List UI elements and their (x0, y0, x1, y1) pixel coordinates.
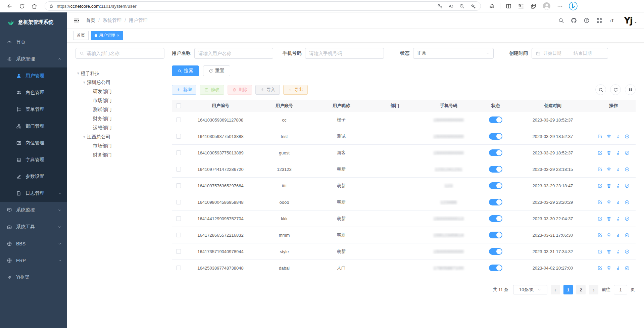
status-toggle[interactable] (489, 215, 502, 222)
delete-icon[interactable] (606, 233, 611, 238)
delete-icon[interactable] (606, 134, 611, 139)
password-key-icon[interactable] (437, 3, 443, 9)
delete-icon[interactable] (606, 183, 611, 188)
tab-首页[interactable]: 首页 (73, 31, 89, 40)
dept-search-input[interactable] (76, 48, 164, 59)
status-toggle[interactable] (489, 166, 502, 173)
edit-icon[interactable] (597, 216, 602, 221)
status-toggle[interactable] (489, 199, 502, 205)
reset-password-icon[interactable] (615, 134, 621, 139)
edit-icon[interactable] (597, 233, 602, 238)
caret-down-icon[interactable]: ▼ (82, 81, 87, 84)
reset-password-icon[interactable] (615, 167, 621, 172)
add-favorite-icon[interactable] (470, 3, 476, 9)
row-checkbox[interactable] (176, 150, 181, 155)
delete-button[interactable]: 删除 (228, 85, 252, 95)
sidebar-item-param-settings[interactable]: 参数设置 (0, 168, 67, 185)
edit-icon[interactable] (597, 150, 602, 155)
status-select[interactable]: 正常 (413, 48, 494, 59)
assign-role-icon[interactable] (625, 233, 630, 238)
caret-down-icon[interactable]: ▼ (82, 135, 87, 139)
home-icon[interactable] (31, 3, 38, 9)
import-button[interactable]: 导入 (255, 85, 280, 95)
tree-node[interactable]: 财务部门 (76, 150, 164, 159)
back-icon[interactable] (6, 3, 13, 9)
status-toggle[interactable] (489, 248, 502, 255)
username-input[interactable] (194, 48, 273, 59)
reset-password-icon[interactable] (615, 266, 621, 271)
goto-page-input[interactable] (614, 285, 627, 294)
sidebar-item-post-management[interactable]: 岗位管理 (0, 135, 67, 151)
tree-node[interactable]: ▼江西总公司 (76, 132, 164, 141)
sidebar-item-system-management[interactable]: 系统管理 (0, 51, 67, 67)
row-checkbox[interactable] (176, 134, 181, 139)
collections-icon[interactable] (518, 3, 524, 9)
row-checkbox[interactable] (176, 249, 181, 254)
sidebar-item-yi-framework[interactable]: Yi框架 (0, 269, 67, 286)
status-toggle[interactable] (489, 182, 502, 189)
search-button[interactable]: 搜索 (172, 65, 199, 76)
split-screen-icon[interactable] (505, 3, 512, 9)
breadcrumb-item[interactable]: 首页 (86, 17, 95, 24)
sidebar-item-home[interactable]: 首页 (0, 34, 67, 51)
tree-node[interactable]: 运维部门 (76, 123, 164, 132)
date-range-picker[interactable]: 开始日期 - 结束日期 (532, 48, 608, 59)
tree-node[interactable]: 研发部门 (76, 87, 164, 96)
edit-icon[interactable] (597, 249, 602, 254)
edit-button[interactable]: 修改 (200, 85, 224, 95)
delete-icon[interactable] (606, 167, 611, 172)
sidebar-item-dict-management[interactable]: 字典管理 (0, 151, 67, 168)
row-checkbox[interactable] (176, 167, 181, 172)
row-checkbox[interactable] (176, 183, 181, 188)
caret-down-icon[interactable]: ▼ (76, 72, 81, 75)
refresh-icon[interactable] (19, 3, 25, 9)
reset-password-icon[interactable] (615, 183, 621, 188)
sidebar-item-dept-management[interactable]: 部门管理 (0, 118, 67, 135)
assign-role-icon[interactable] (625, 134, 630, 139)
reset-password-icon[interactable] (615, 216, 621, 221)
table-refresh-button[interactable] (610, 84, 621, 95)
status-toggle[interactable] (489, 232, 502, 238)
table-search-button[interactable] (595, 84, 606, 95)
table-columns-button[interactable] (625, 84, 636, 95)
edit-icon[interactable] (597, 134, 602, 139)
reset-password-icon[interactable] (615, 200, 621, 205)
reset-password-icon[interactable] (615, 233, 621, 238)
assign-role-icon[interactable] (625, 216, 630, 221)
delete-icon[interactable] (606, 249, 611, 254)
tree-node[interactable]: 财务部门 (76, 114, 164, 123)
status-toggle[interactable] (489, 265, 502, 271)
edit-icon[interactable] (597, 266, 602, 271)
assign-role-icon[interactable] (625, 167, 630, 172)
sidebar-item-bbs[interactable]: BBS (0, 235, 67, 252)
status-toggle[interactable] (489, 116, 502, 123)
page-number-2[interactable]: 2 (576, 285, 586, 294)
reset-button[interactable]: 重置 (203, 65, 230, 76)
row-checkbox[interactable] (176, 200, 181, 204)
profile-avatar[interactable] (543, 2, 551, 10)
close-icon[interactable]: × (117, 33, 119, 38)
delete-icon[interactable] (606, 216, 611, 221)
row-checkbox[interactable] (176, 118, 181, 122)
status-toggle[interactable] (489, 149, 502, 156)
reset-password-icon[interactable] (615, 150, 621, 155)
sidebar-item-log-management[interactable]: 日志管理 (0, 185, 67, 202)
search-icon[interactable] (558, 17, 564, 24)
tree-node[interactable]: ▼深圳总公司 (76, 78, 164, 87)
status-toggle[interactable] (489, 133, 502, 140)
tree-node[interactable]: 测试部门 (76, 105, 164, 114)
sidebar-item-user-management[interactable]: 用户管理 (0, 67, 67, 84)
page-size-select[interactable]: 10条/页 (513, 285, 547, 294)
more-icon[interactable] (557, 3, 563, 9)
delete-icon[interactable] (606, 200, 611, 205)
reset-password-icon[interactable] (615, 249, 621, 254)
phone-input[interactable] (305, 48, 384, 59)
export-button[interactable]: 导出 (283, 85, 308, 95)
sidebar-item-erp[interactable]: ERP (0, 252, 67, 269)
tree-node[interactable]: 市场部门 (76, 96, 164, 105)
help-icon[interactable] (584, 17, 590, 24)
zoom-out-icon[interactable] (459, 3, 465, 9)
edit-icon[interactable] (597, 167, 602, 172)
font-size-icon[interactable]: TT (609, 17, 615, 24)
username-field[interactable] (198, 51, 269, 56)
